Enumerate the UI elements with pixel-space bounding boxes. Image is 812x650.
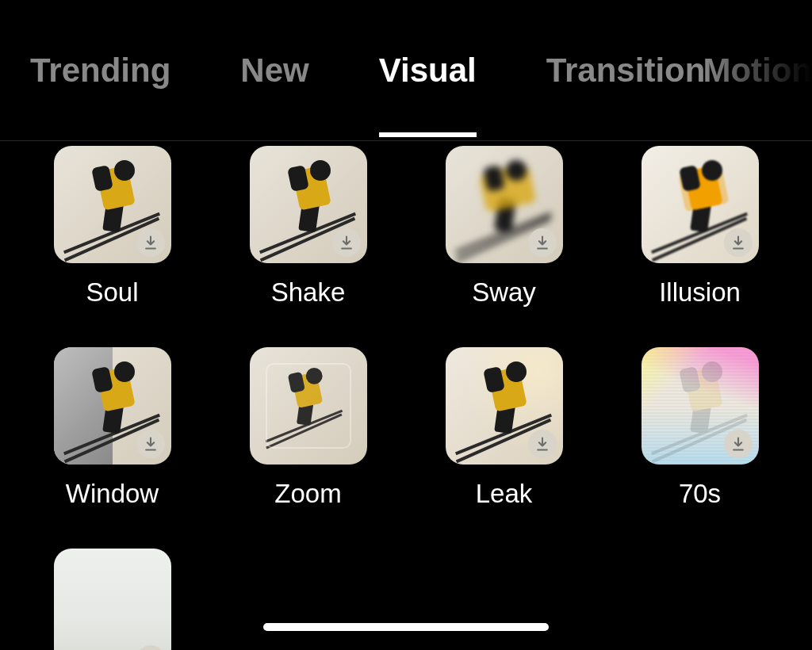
effect-thumbnail [250, 347, 367, 465]
tab-transition[interactable]: Transition [546, 4, 706, 137]
effect-thumbnail [446, 347, 563, 465]
effect-shake[interactable]: Shake [226, 146, 390, 308]
home-indicator[interactable] [263, 623, 549, 631]
download-icon[interactable] [528, 228, 557, 257]
download-icon[interactable] [528, 430, 557, 458]
tab-visual[interactable]: Visual [379, 4, 477, 137]
effect-label: Leak [476, 479, 533, 509]
effect-thumbnail [54, 549, 171, 650]
effect-label: Shake [271, 277, 346, 308]
effect-leak[interactable]: Leak [422, 347, 586, 509]
effect-category-tabs: Trending New Visual Transition Motion [0, 0, 812, 141]
effect-thumbnail [446, 146, 563, 263]
tab-trending[interactable]: Trending [30, 4, 170, 137]
effect-zoom[interactable]: Zoom [226, 347, 390, 509]
effect-label: Zoom [274, 479, 341, 509]
effect-thumbnail [642, 146, 759, 263]
tab-motion[interactable]: Motion [703, 4, 812, 137]
effect-thumbnail [54, 146, 171, 263]
effect-label: 70s [679, 479, 721, 509]
effect-extra[interactable] [30, 549, 194, 650]
download-icon[interactable] [332, 228, 361, 257]
effect-70s[interactable]: 70s [618, 347, 782, 509]
effect-label: Sway [472, 277, 536, 308]
effect-thumbnail [642, 347, 759, 465]
effect-illusion[interactable]: Illusion [618, 146, 782, 308]
effect-soul[interactable]: Soul [30, 146, 194, 308]
download-icon[interactable] [136, 228, 165, 257]
effect-label: Illusion [659, 277, 741, 308]
effects-grid: Soul Shake Sway [0, 141, 812, 650]
download-icon[interactable] [724, 430, 753, 458]
effect-label: Soul [86, 277, 138, 308]
download-icon[interactable] [136, 430, 165, 458]
effect-label: Window [66, 479, 159, 509]
effect-sway[interactable]: Sway [422, 146, 586, 308]
effect-window[interactable]: Window [30, 347, 194, 509]
tab-new[interactable]: New [240, 4, 308, 137]
effect-thumbnail [54, 347, 171, 465]
download-icon[interactable] [724, 228, 753, 257]
effect-thumbnail [250, 146, 367, 263]
